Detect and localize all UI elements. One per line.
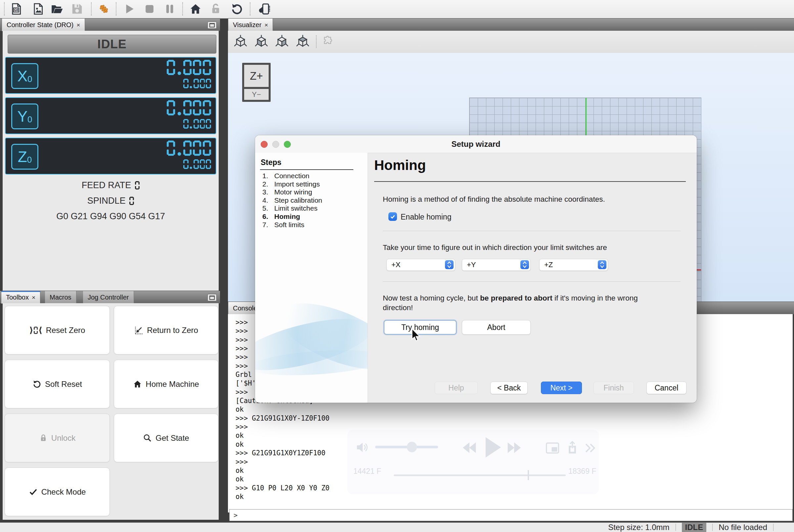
step-number: 2.: [255, 180, 274, 188]
tab-close-icon[interactable]: ×: [32, 294, 35, 301]
mouse-cursor: [411, 328, 421, 342]
axis-y-machine-value: [183, 119, 211, 129]
fast-forward-icon: [507, 442, 522, 454]
playhead: [528, 470, 529, 480]
axis-x-machine-value: [183, 79, 211, 88]
button-label: Return to Zero: [147, 326, 198, 335]
reset-zero-button[interactable]: ⟩⟨ Reset Zero: [5, 306, 110, 355]
float-window-button[interactable]: [207, 21, 217, 29]
visualizer-tabbar: Visualizer ×: [228, 18, 794, 31]
zoom-traffic-light[interactable]: [284, 141, 291, 148]
tab-close-icon[interactable]: ×: [264, 22, 268, 28]
button-label: Check Mode: [41, 487, 86, 497]
stepper-icon: [520, 260, 529, 269]
connect-icon[interactable]: [98, 3, 110, 15]
video-player-ghost-overlay: 14421 F 18369 F: [347, 430, 599, 494]
toolbox-panel: ⟩⟨ Reset Zero Return to Zero Soft Reset …: [3, 303, 219, 520]
step-label: Connection: [274, 172, 309, 180]
cancel-button[interactable]: Cancel: [646, 382, 686, 394]
y-direction-select[interactable]: +Y: [462, 259, 531, 271]
view-top-icon[interactable]: [295, 34, 310, 49]
play-icon[interactable]: [123, 3, 136, 15]
tab-macros[interactable]: Macros: [45, 291, 76, 304]
axis-y-reset-button[interactable]: Y0: [11, 103, 38, 129]
axis-panel-z: Z0: [5, 137, 216, 175]
pendant-icon[interactable]: [258, 3, 271, 15]
tab-label: Controller State (DRO): [6, 21, 73, 29]
soft-reset-button[interactable]: Soft Reset: [5, 360, 110, 408]
steps-underline: [260, 169, 353, 170]
return-to-zero-button[interactable]: Return to Zero: [114, 306, 218, 355]
x-direction-select[interactable]: +X: [386, 259, 455, 271]
steps-heading: Steps: [261, 158, 281, 167]
finish-button[interactable]: Finish: [593, 382, 634, 394]
unlock-icon[interactable]: [209, 3, 222, 15]
axis-z-machine-value: [183, 159, 211, 169]
step-item: 2. Import settings: [255, 180, 368, 188]
tab-label: Console: [233, 305, 257, 312]
step-number: 6.: [255, 213, 274, 221]
pip-icon: [546, 442, 559, 454]
plugin-icon[interactable]: [321, 36, 334, 48]
tab-visualizer[interactable]: Visualizer ×: [228, 19, 273, 31]
tab-controller-state[interactable]: Controller State (DRO) ×: [2, 19, 85, 31]
main-toolbar: G0: [0, 0, 794, 19]
unlock-button[interactable]: Unlock: [5, 414, 110, 462]
gcode-file-icon[interactable]: G0: [10, 3, 22, 15]
soft-reset-icon[interactable]: [230, 3, 243, 15]
toolbar-separator: [316, 35, 317, 48]
step-label: Homing: [274, 213, 300, 221]
save-icon[interactable]: [71, 3, 84, 15]
abort-button[interactable]: Abort: [462, 320, 531, 335]
help-button[interactable]: Help: [435, 382, 478, 394]
visualizer-toolbar: [228, 31, 794, 53]
axis-z-reset-button[interactable]: Z0: [11, 144, 38, 170]
select-value: +Y: [467, 261, 476, 269]
next-button[interactable]: Next >: [541, 382, 582, 394]
dialog-titlebar[interactable]: Setup wizard: [255, 135, 697, 153]
tab-jog-controller[interactable]: Jog Controller: [83, 291, 134, 304]
title-underline: [374, 181, 686, 182]
home-icon[interactable]: [189, 3, 202, 15]
axis-label: Y: [17, 109, 27, 124]
stop-icon[interactable]: [143, 3, 156, 15]
soft-reset-icon: [33, 380, 41, 388]
open-folder-icon[interactable]: [51, 3, 63, 15]
pause-icon[interactable]: [163, 3, 176, 15]
close-traffic-light[interactable]: [261, 141, 267, 148]
controller-state-banner: IDLE: [7, 35, 216, 54]
volume-slider: [375, 446, 438, 448]
orientation-widget[interactable]: Z+ Y−: [242, 63, 271, 102]
image-file-icon[interactable]: [32, 3, 44, 15]
axis-x-reset-button[interactable]: X0: [11, 63, 38, 89]
tab-toolbox[interactable]: Toolbox ×: [1, 291, 40, 304]
orient-y-button[interactable]: Y−: [244, 89, 269, 100]
float-window-button[interactable]: [207, 294, 217, 301]
tab-close-icon[interactable]: ×: [76, 22, 80, 28]
view-front-icon[interactable]: [275, 34, 289, 49]
get-state-button[interactable]: Get State: [114, 414, 218, 462]
orient-z-button[interactable]: Z+: [244, 65, 269, 87]
home-machine-button[interactable]: Home Machine: [114, 360, 218, 408]
test-hint: Now test a homing cycle, but be prepared…: [383, 293, 638, 312]
console-line: >>> G21G91G1X0Y-1Z0F100: [228, 414, 793, 422]
button-label: Reset Zero: [46, 326, 85, 335]
active-gcodes: G0 G21 G94 G90 G54 G17: [3, 211, 219, 222]
enable-homing-checkbox[interactable]: [388, 212, 397, 221]
minimize-traffic-light[interactable]: [272, 141, 279, 148]
check-mode-button[interactable]: Check Mode: [5, 468, 110, 516]
view-left-icon[interactable]: [254, 34, 269, 49]
toolbar-separator: [91, 2, 92, 16]
console-command-input[interactable]: >: [229, 509, 793, 521]
check-icon: [29, 487, 38, 496]
z-direction-select[interactable]: +Z: [539, 259, 608, 271]
feed-rate-label: FEED RATE: [82, 180, 131, 190]
toolbox-tabbar: Toolbox × Macros Jog Controller: [0, 291, 220, 304]
back-button[interactable]: < Back: [490, 382, 528, 394]
rewind-icon: [462, 442, 477, 454]
step-number: 7.: [255, 221, 274, 229]
enable-homing-label[interactable]: Enable homing: [401, 212, 451, 222]
toolbar-separator: [4, 2, 5, 16]
view-iso-icon[interactable]: [233, 34, 248, 49]
section-divider: [383, 231, 681, 231]
